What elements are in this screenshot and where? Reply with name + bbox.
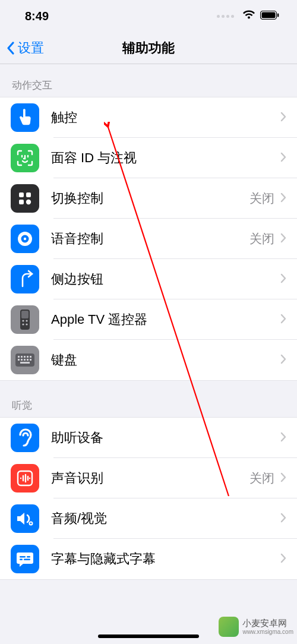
svg-rect-19 bbox=[24, 356, 26, 358]
svg-point-14 bbox=[22, 323, 24, 325]
chevron-right-icon bbox=[280, 273, 286, 286]
row-label: 助听设备 bbox=[51, 429, 280, 447]
nav-bar: 设置 辅助功能 bbox=[0, 32, 297, 64]
row-value: 关闭 bbox=[249, 190, 274, 207]
back-button[interactable]: 设置 bbox=[0, 39, 44, 57]
row-audio-visual[interactable]: 音频/视觉 bbox=[0, 498, 297, 539]
svg-point-9 bbox=[24, 238, 26, 240]
row-value: 关闭 bbox=[249, 231, 274, 247]
group-hearing: 助听设备 声音识别 关闭 音频/视觉 字幕与隐藏式字幕 bbox=[0, 417, 297, 580]
row-label: 语音控制 bbox=[51, 230, 249, 248]
watermark-name: 小麦安卓网 bbox=[242, 618, 287, 628]
svg-rect-18 bbox=[21, 356, 23, 358]
chevron-right-icon bbox=[280, 112, 286, 124]
watermark-url: www.xmsigma.com bbox=[242, 629, 293, 635]
svg-rect-3 bbox=[19, 192, 24, 197]
keyboard-icon bbox=[11, 346, 39, 374]
side-button-icon bbox=[11, 265, 39, 293]
row-label: 音频/视觉 bbox=[51, 510, 280, 528]
row-switch-control[interactable]: 切换控制 关闭 bbox=[0, 178, 297, 219]
svg-rect-26 bbox=[30, 359, 31, 361]
voice-control-icon bbox=[11, 225, 39, 253]
row-value: 关闭 bbox=[249, 470, 274, 487]
row-hearing-devices[interactable]: 助听设备 bbox=[0, 418, 297, 458]
chevron-right-icon bbox=[280, 233, 286, 245]
wifi-icon bbox=[242, 10, 255, 22]
svg-rect-1 bbox=[262, 12, 276, 18]
svg-point-30 bbox=[30, 523, 32, 525]
row-label: 触控 bbox=[51, 109, 280, 127]
chevron-right-icon bbox=[280, 432, 286, 444]
svg-point-15 bbox=[26, 323, 27, 325]
row-label: 侧边按钮 bbox=[51, 270, 280, 288]
row-sound-recognition[interactable]: 声音识别 关闭 bbox=[0, 458, 297, 498]
audio-visual-icon bbox=[11, 504, 39, 533]
cellular-dots-icon bbox=[217, 15, 234, 18]
svg-rect-31 bbox=[20, 556, 26, 557]
watermark: 小麦安卓网 www.xmsigma.com bbox=[219, 617, 293, 637]
chevron-right-icon bbox=[280, 513, 286, 525]
chevron-right-icon bbox=[280, 472, 286, 485]
sound-recognition-icon bbox=[11, 464, 39, 493]
svg-rect-32 bbox=[27, 556, 30, 557]
svg-rect-21 bbox=[30, 356, 31, 358]
row-keyboard[interactable]: 键盘 bbox=[0, 340, 297, 380]
svg-rect-17 bbox=[18, 356, 20, 358]
svg-point-13 bbox=[26, 320, 27, 321]
row-label: 切换控制 bbox=[51, 190, 249, 207]
svg-rect-5 bbox=[19, 200, 24, 204]
row-label: 面容 ID 与注视 bbox=[51, 149, 280, 167]
svg-rect-20 bbox=[27, 356, 29, 358]
row-label: 键盘 bbox=[51, 351, 280, 369]
svg-rect-34 bbox=[24, 559, 30, 560]
svg-rect-22 bbox=[18, 359, 20, 361]
svg-point-12 bbox=[22, 320, 24, 321]
row-apple-tv-remote[interactable]: Apple TV 遥控器 bbox=[0, 299, 297, 340]
chevron-right-icon bbox=[280, 553, 286, 566]
row-label: Apple TV 遥控器 bbox=[51, 311, 280, 329]
section-header-hearing: 听觉 bbox=[0, 381, 297, 417]
svg-rect-2 bbox=[277, 13, 279, 17]
chevron-right-icon bbox=[280, 192, 286, 205]
chevron-right-icon bbox=[280, 354, 286, 367]
row-side-button[interactable]: 侧边按钮 bbox=[0, 259, 297, 299]
group-motor: 触控 面容 ID 与注视 切换控制 关闭 语音控制 关闭 侧边按钮 bbox=[0, 97, 297, 381]
chevron-left-icon bbox=[6, 41, 15, 55]
chevron-right-icon bbox=[280, 152, 286, 165]
subtitles-icon bbox=[11, 545, 39, 573]
row-label: 声音识别 bbox=[51, 469, 249, 487]
row-touch[interactable]: 触控 bbox=[0, 97, 297, 138]
row-label: 字幕与隐藏式字幕 bbox=[51, 550, 280, 568]
svg-rect-4 bbox=[26, 192, 31, 197]
status-right bbox=[217, 10, 279, 22]
home-indicator bbox=[98, 634, 199, 638]
apple-tv-remote-icon bbox=[11, 305, 39, 334]
battery-icon bbox=[260, 11, 279, 22]
back-label: 设置 bbox=[18, 39, 44, 57]
switch-control-icon bbox=[11, 184, 39, 213]
status-time: 8:49 bbox=[25, 10, 49, 23]
svg-rect-25 bbox=[27, 359, 29, 361]
page-title: 辅助功能 bbox=[122, 39, 175, 57]
svg-rect-24 bbox=[24, 359, 26, 361]
svg-rect-33 bbox=[20, 559, 23, 560]
row-voice-control[interactable]: 语音控制 关闭 bbox=[0, 219, 297, 259]
touch-icon bbox=[11, 103, 39, 132]
row-subtitles[interactable]: 字幕与隐藏式字幕 bbox=[0, 539, 297, 579]
status-bar: 8:49 bbox=[0, 0, 297, 32]
watermark-logo-icon bbox=[219, 617, 239, 637]
section-header-motor: 动作交互 bbox=[0, 64, 297, 97]
svg-rect-27 bbox=[20, 362, 30, 364]
svg-rect-11 bbox=[21, 311, 29, 318]
faceid-icon bbox=[11, 144, 39, 172]
svg-point-6 bbox=[26, 200, 31, 204]
svg-rect-23 bbox=[21, 359, 23, 361]
hearing-devices-icon bbox=[11, 424, 39, 452]
chevron-right-icon bbox=[280, 314, 286, 326]
row-faceid[interactable]: 面容 ID 与注视 bbox=[0, 138, 297, 178]
